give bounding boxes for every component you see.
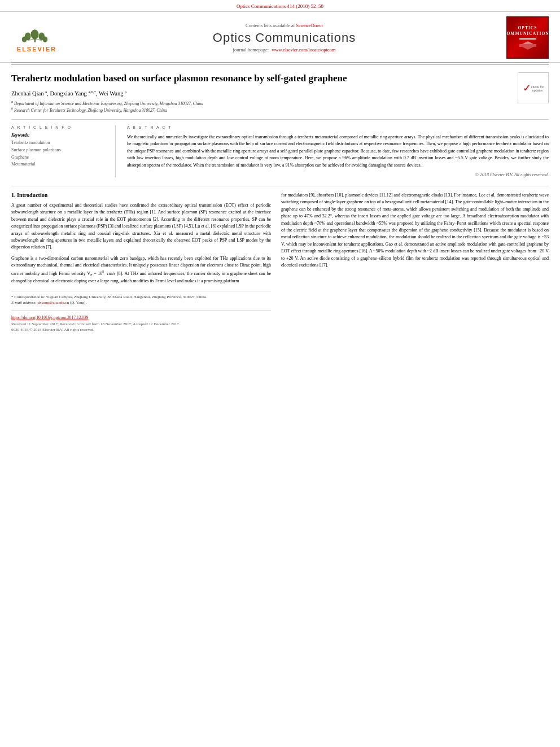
journal-ref: Optics Communications 414 (2018) 52–58 (237, 3, 323, 9)
article-info-abstract: A R T I C L E I N F O Keywords: Terahert… (0, 120, 560, 183)
article-info-title: A R T I C L E I N F O (11, 125, 107, 129)
elsevier-logo: ELSEVIER (11, 23, 62, 53)
section-1-number: 1. Introduction (11, 192, 47, 198)
svg-point-4 (22, 36, 27, 42)
svg-point-1 (31, 29, 39, 40)
svg-marker-10 (522, 47, 533, 50)
issn-text: 0030-4018/© 2018 Elsevier B.V. All right… (11, 327, 271, 332)
authors: Zhenhai Qian a, Dongxiao Yang a,b,*, Wei… (11, 89, 509, 97)
affiliations: a Department of Information Science and … (11, 99, 509, 114)
badge-title-line2: COMMUNICATIONS (503, 31, 552, 37)
badge-icon (519, 41, 536, 50)
homepage-url[interactable]: www.elsevier.com/locate/optcom (272, 47, 335, 53)
homepage-line: journal homepage: www.elsevier.com/locat… (62, 47, 506, 53)
affiliation-a: a Department of Information Science and … (11, 99, 509, 107)
contents-line: Contents lists available at ScienceDirec… (62, 23, 506, 28)
elsevier-tree-icon (17, 23, 56, 45)
main-content: 1. Introduction A great number of experi… (0, 186, 560, 337)
svg-point-5 (43, 36, 48, 42)
abstract-text: We theoretically and numerically investi… (127, 134, 549, 169)
abstract-title: A B S T R A C T (127, 125, 549, 129)
section-1-right-para-1: for modulators [9], absorbers [10], plas… (281, 192, 549, 269)
svg-marker-9 (522, 41, 533, 44)
article-title-block: Terahertz modulation based on surface pl… (11, 72, 518, 113)
author-1: Zhenhai Qian a (11, 90, 47, 97)
svg-rect-8 (519, 44, 536, 47)
footnote-section: * Correspondence to: Yuquan Campus, Zhej… (11, 291, 271, 306)
section-1-heading: 1. Introduction (11, 192, 271, 198)
right-column: for modulators [9], absorbers [10], plas… (281, 192, 549, 331)
doi-section: https://doi.org/10.1016/j.optcom.2017.12… (11, 311, 271, 332)
footnote-email: E-mail address: dxyang@zju.edu.cn (D. Ya… (11, 300, 271, 306)
top-bar: Optics Communications 414 (2018) 52–58 (0, 0, 560, 12)
section-1-para-1: A great number of experimental and theor… (11, 202, 271, 251)
section-1-para-2: Graphene is a two-dimensional carbon nan… (11, 255, 271, 285)
footnote-correspondence: * Correspondence to: Yuquan Campus, Zhej… (11, 294, 271, 300)
email-link[interactable]: dxyang@zju.edu.cn (37, 300, 69, 305)
keywords-label: Keywords: (11, 133, 107, 138)
keyword-4: Metamaterial (11, 161, 107, 168)
doi-link[interactable]: https://doi.org/10.1016/j.optcom.2017.12… (11, 315, 89, 320)
check-label: check forupdates (531, 85, 544, 92)
keyword-1: Terahertz modulation (11, 139, 107, 147)
elsevier-wordmark: ELSEVIER (17, 46, 56, 53)
left-column: 1. Introduction A great number of experi… (11, 192, 271, 331)
header-center: Contents lists available at ScienceDirec… (62, 23, 506, 53)
journal-badge: OPTICS COMMUNICATIONS (506, 16, 549, 59)
header: ELSEVIER Contents lists available at Sci… (0, 12, 560, 63)
badge-title-line1: OPTICS (518, 25, 537, 31)
journal-title: Optics Communications (62, 30, 506, 45)
article-title: Terahertz modulation based on surface pl… (11, 72, 509, 85)
abstract-section: A B S T R A C T We theoretically and num… (127, 125, 549, 177)
check-icon: ✓ (523, 82, 531, 94)
keyword-2: Surface plasmon polaritons (11, 147, 107, 154)
article-header: Terahertz modulation based on surface pl… (0, 64, 560, 119)
author-3: Wei Wang a (99, 90, 126, 97)
sciencedirect-link[interactable]: ScienceDirect (296, 23, 323, 28)
copyright-line: © 2018 Elsevier B.V. All rights reserved… (127, 172, 549, 177)
affiliation-b: b Research Center for Terahertz Technolo… (11, 106, 509, 113)
article-info-panel: A R T I C L E I N F O Keywords: Terahert… (11, 125, 116, 177)
keyword-3: Graphene (11, 154, 107, 161)
check-for-updates-badge: ✓ check forupdates (518, 72, 549, 103)
received-text: Received 11 September 2017; Received in … (11, 322, 271, 326)
author-2: Dongxiao Yang a,b,* (50, 90, 96, 97)
